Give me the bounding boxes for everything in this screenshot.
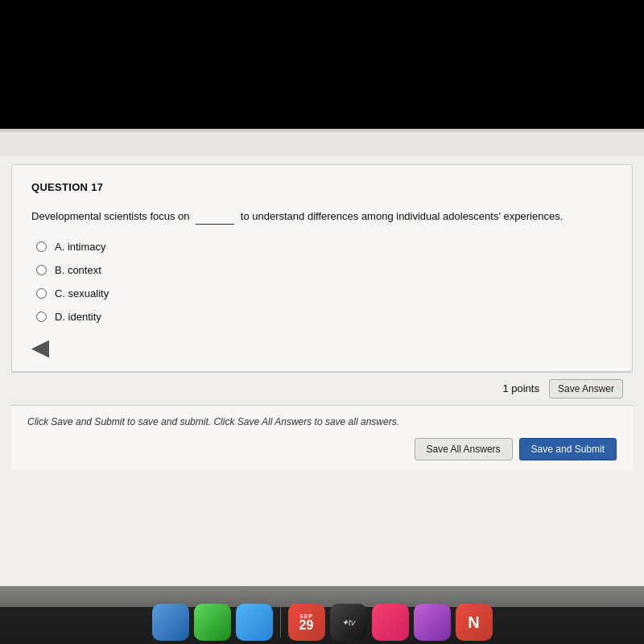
browser-area: QUESTION 17 Developmental scientists foc… — [0, 129, 644, 607]
nav-arrow-area — [31, 334, 613, 358]
dock-finder-icon[interactable] — [152, 604, 189, 641]
dock-calendar-icon[interactable]: SEP 29 — [288, 604, 325, 641]
question-text-before: Developmental scientists focus on — [31, 210, 190, 222]
option-d-label: D. identity — [55, 311, 101, 323]
dock-news-label: N — [468, 613, 479, 632]
dock-messages-icon[interactable] — [194, 604, 231, 641]
points-row: 1 points Save Answer — [11, 372, 633, 405]
dock-safari-icon[interactable] — [236, 604, 273, 641]
option-b-label: B. context — [55, 264, 101, 276]
save-all-answers-button[interactable]: Save All Answers — [415, 438, 513, 460]
radio-a[interactable] — [36, 242, 47, 252]
option-c[interactable]: C. sexuality — [36, 287, 613, 299]
question-card: QUESTION 17 Developmental scientists foc… — [11, 164, 633, 372]
save-and-submit-button[interactable]: Save and Submit — [519, 438, 617, 460]
radio-c[interactable] — [36, 288, 47, 299]
mac-dock: SEP 29 ✦tv N — [0, 586, 644, 644]
dock-separator — [280, 607, 281, 638]
dock-news-icon[interactable]: N — [456, 604, 493, 641]
save-answer-button[interactable]: Save Answer — [549, 379, 623, 398]
dock-appletv-label: ✦tv — [341, 617, 356, 628]
footer-instruction: Click Save and Submit to save and submit… — [27, 415, 617, 429]
radio-d[interactable] — [36, 312, 47, 322]
options-list: A. intimacy B. context C. sexuality D. i… — [36, 241, 613, 323]
points-label: 1 points — [502, 382, 539, 394]
question-text-after: to understand differences among individu… — [241, 210, 563, 222]
option-c-label: C. sexuality — [55, 287, 109, 299]
footer-bar: Click Save and Submit to save and submit… — [11, 405, 633, 471]
dock-appletv-icon[interactable]: ✦tv — [330, 604, 367, 641]
browser-chrome — [0, 132, 644, 156]
option-d[interactable]: D. identity — [36, 311, 613, 323]
option-b[interactable]: B. context — [36, 264, 613, 276]
content-area: QUESTION 17 Developmental scientists foc… — [0, 156, 644, 607]
dock-podcast-icon[interactable] — [414, 604, 451, 641]
dock-calendar-date: 29 — [299, 619, 314, 632]
nav-previous-arrow[interactable] — [31, 341, 49, 358]
option-a[interactable]: A. intimacy — [36, 241, 613, 253]
screen-top-black — [0, 0, 644, 129]
dock-music-icon[interactable] — [372, 604, 409, 641]
footer-buttons: Save All Answers Save and Submit — [27, 438, 617, 460]
question-label: QUESTION 17 — [31, 181, 613, 193]
question-text: Developmental scientists focus on to und… — [31, 208, 613, 225]
radio-b[interactable] — [36, 265, 47, 275]
option-a-label: A. intimacy — [55, 241, 106, 253]
question-blank — [196, 208, 234, 225]
